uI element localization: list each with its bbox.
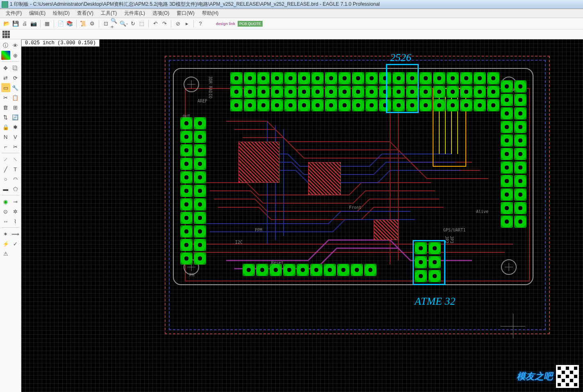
signal-tool-icon[interactable]: ⊸ bbox=[11, 197, 20, 206]
zoom-in-icon[interactable]: 🔍+ bbox=[111, 20, 119, 28]
spacer bbox=[11, 249, 20, 258]
erc-tool-icon[interactable]: ⚡ bbox=[1, 239, 10, 248]
go-icon[interactable]: ▸ bbox=[183, 20, 191, 28]
qfp-chip-2 bbox=[238, 142, 279, 183]
route-tool-icon[interactable]: ⟋ bbox=[1, 155, 10, 164]
meander-tool-icon[interactable]: ⌇ bbox=[11, 217, 20, 226]
replace-tool-icon[interactable]: 🔄 bbox=[11, 113, 20, 122]
pinswap-tool-icon[interactable]: ⇅ bbox=[1, 113, 10, 122]
text-tool-icon[interactable]: T bbox=[11, 165, 20, 174]
undo-icon[interactable]: ↶ bbox=[151, 20, 159, 28]
cut-tool-icon[interactable]: ✂ bbox=[1, 93, 10, 102]
menu-tools[interactable]: 工具(T) bbox=[98, 9, 120, 18]
grid-button[interactable] bbox=[2, 31, 10, 38]
change-tool-icon[interactable]: 🔧 bbox=[11, 83, 20, 92]
group-tool-icon[interactable]: ▭ bbox=[1, 83, 10, 92]
help-icon[interactable]: ? bbox=[196, 20, 204, 28]
separator bbox=[40, 20, 41, 27]
show-tool-icon[interactable]: 👁 bbox=[11, 41, 20, 50]
save-icon[interactable]: 💾 bbox=[11, 20, 20, 28]
hole-tool-icon[interactable]: ⊙ bbox=[1, 207, 10, 216]
add-tool-icon[interactable]: ⊞ bbox=[11, 103, 20, 112]
params-toolbar bbox=[0, 29, 583, 39]
mirror-tool-icon[interactable]: ⇄ bbox=[1, 73, 10, 82]
rotate-tool-icon[interactable]: ⟳ bbox=[11, 73, 20, 82]
menu-help[interactable]: 帮助(H) bbox=[199, 9, 222, 18]
silk-alive: Alive bbox=[476, 209, 488, 214]
left-header-block bbox=[180, 117, 206, 265]
header-row-top bbox=[230, 72, 499, 84]
open-icon[interactable]: 📂 bbox=[2, 20, 11, 28]
dimension-tool-icon[interactable]: ↔ bbox=[1, 217, 10, 226]
zoom-select-icon[interactable]: ⬚ bbox=[138, 20, 146, 28]
value-tool-icon[interactable]: V bbox=[11, 132, 20, 141]
title-bar: 1 印制板 - C:\Users\Administrator\Desktop\A… bbox=[0, 0, 583, 9]
name-tool-icon[interactable]: N bbox=[1, 132, 10, 141]
menu-draw[interactable]: 绘制(D) bbox=[50, 9, 73, 18]
cam-icon[interactable]: 📷 bbox=[29, 20, 38, 28]
silk-radio: 3DR RADIO bbox=[208, 76, 213, 98]
watermark: 模友之吧 bbox=[517, 365, 579, 388]
wire-tool-icon[interactable]: ╱ bbox=[1, 165, 10, 174]
move-tool-icon[interactable]: ✥ bbox=[1, 63, 10, 73]
silk-pm: PM bbox=[189, 273, 194, 277]
annotation-box-top bbox=[386, 64, 419, 113]
info-tool-icon[interactable]: ⓘ bbox=[1, 41, 10, 50]
miter-tool-icon[interactable]: ⌐ bbox=[1, 142, 10, 151]
qr-code-icon bbox=[556, 365, 579, 388]
arc-tool-icon[interactable]: ◠ bbox=[11, 174, 20, 184]
silk-aref: AREF bbox=[197, 99, 207, 103]
menu-file[interactable]: 文件(F) bbox=[2, 9, 25, 18]
menu-library[interactable]: 元件库(L) bbox=[121, 9, 148, 18]
lock-tool-icon[interactable]: 🔒 bbox=[1, 122, 10, 131]
delete-tool-icon[interactable]: 🗑 bbox=[1, 103, 10, 112]
zoom-redraw-icon[interactable]: ↻ bbox=[129, 20, 137, 28]
separator bbox=[148, 20, 149, 27]
silk-jp3: JP3 bbox=[449, 236, 454, 243]
ulp-icon[interactable]: ⚙ bbox=[88, 20, 96, 28]
silk-out: OUT bbox=[183, 114, 190, 119]
script-icon[interactable]: 📜 bbox=[79, 20, 87, 28]
circle-tool-icon[interactable]: ○ bbox=[1, 174, 10, 184]
smd-component bbox=[374, 220, 398, 240]
menu-bar: 文件(F) 编辑(E) 绘制(D) 查看(V) 工具(T) 元件库(L) 选项(… bbox=[0, 9, 583, 18]
mark-tool-icon[interactable]: ⊕ bbox=[11, 51, 20, 60]
pcb-canvas[interactable]: 2526 ATME 32 AREF OUT 3DR RADIO Reset I2… bbox=[21, 39, 583, 392]
stop-icon[interactable]: ⊘ bbox=[174, 20, 182, 28]
silk-reset: Reset bbox=[271, 261, 284, 265]
via-tool-icon[interactable]: ◉ bbox=[1, 197, 10, 206]
separator bbox=[54, 20, 54, 27]
pcb-canvas-area[interactable]: 0.025 inch (3.000 0.150) bbox=[21, 39, 583, 392]
menu-view[interactable]: 查看(V) bbox=[74, 9, 97, 18]
designlink-badge[interactable]: design link bbox=[214, 21, 237, 27]
menu-window[interactable]: 窗口(W) bbox=[173, 9, 197, 18]
smash-tool-icon[interactable]: ✱ bbox=[11, 122, 20, 131]
pcbquote-badge[interactable]: PCB QUOTE bbox=[238, 21, 263, 27]
redo-icon[interactable]: ↷ bbox=[160, 20, 168, 28]
coordinate-display: 0.025 inch (3.000 0.150) bbox=[21, 39, 100, 47]
errors-tool-icon[interactable]: ⚠ bbox=[1, 249, 10, 258]
rect-tool-icon[interactable]: ▬ bbox=[1, 184, 10, 193]
print-icon[interactable]: 🖨 bbox=[20, 20, 29, 28]
drc-tool-icon[interactable]: ✓ bbox=[11, 239, 20, 248]
ripup-tool-icon[interactable]: ⟍ bbox=[11, 155, 20, 164]
sheet-icon[interactable]: 📄 bbox=[57, 20, 65, 28]
zoom-out-icon[interactable]: 🔍- bbox=[120, 20, 128, 28]
attribute-tool-icon[interactable]: ✲ bbox=[11, 207, 20, 216]
paste-tool-icon[interactable]: 📋 bbox=[11, 93, 20, 102]
right-header-block bbox=[501, 80, 526, 228]
ratsnest-tool-icon[interactable]: ✶ bbox=[1, 229, 10, 238]
copy-tool-icon[interactable]: ⿻ bbox=[11, 63, 20, 73]
menu-edit[interactable]: 编辑(E) bbox=[26, 9, 49, 18]
auto-tool-icon[interactable]: ⟿ bbox=[11, 229, 20, 238]
layers-tool-icon[interactable] bbox=[1, 51, 10, 60]
polygon-tool-icon[interactable]: ⬠ bbox=[11, 184, 20, 193]
board-icon[interactable]: ▦ bbox=[43, 20, 51, 28]
library-use-icon[interactable]: 📚 bbox=[66, 20, 74, 28]
split-tool-icon[interactable]: ✂ bbox=[11, 142, 20, 151]
bottom-header-row bbox=[243, 264, 377, 276]
menu-options[interactable]: 选项(O) bbox=[149, 9, 172, 18]
header-row-mid bbox=[230, 86, 499, 98]
zoom-fit-icon[interactable]: ⊡ bbox=[102, 20, 110, 28]
silk-jp2: JP2 bbox=[445, 236, 449, 243]
